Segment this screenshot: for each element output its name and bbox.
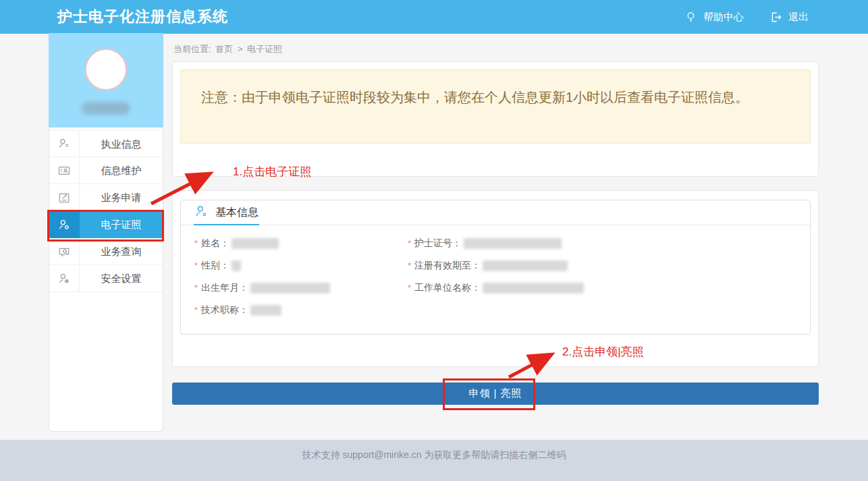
page: 护士电子化注册信息系统 帮助中心 (0, 0, 868, 481)
field-birth-date: * 出生年月： (194, 277, 408, 299)
breadcrumb-prefix: 当前位置: (173, 44, 211, 54)
basic-info-panel: 基本信息 * 姓名： * 性别： (172, 190, 819, 367)
sidebar-item-business-application[interactable]: 业务申请 (49, 184, 163, 211)
field-nurse-cert-number: * 护士证号： (408, 232, 810, 254)
title-underline (194, 224, 259, 225)
form-column-left: * 姓名： * 性别： * 出生年月： (194, 232, 408, 321)
basic-info-box: 基本信息 * 姓名： * 性别： (180, 200, 811, 335)
breadcrumb-current: 电子证照 (247, 44, 282, 54)
help-center-label: 帮助中心 (703, 11, 744, 24)
basic-info-title: 基本信息 (215, 206, 259, 220)
field-label: 注册有效期至： (414, 260, 481, 272)
sidebar-item-security-settings[interactable]: 安全设置 (49, 265, 163, 292)
sidebar-item-label: 业务查询 (80, 238, 163, 264)
sidebar-item-electronic-certificate[interactable]: 电子证照 (49, 211, 163, 238)
sidebar-item-info-maintenance[interactable]: 信息维护 (49, 157, 163, 184)
lightbulb-icon (684, 11, 697, 24)
sidebar-item-business-query[interactable]: 业务查询 (49, 238, 163, 265)
user-name-redacted (82, 102, 130, 115)
user-gear-icon (49, 265, 80, 291)
breadcrumb: 当前位置: 首页 > 电子证照 (172, 34, 819, 61)
app-header: 护士电子化注册信息系统 帮助中心 (0, 0, 868, 34)
sidebar-item-label: 执业信息 (80, 131, 163, 157)
user-profile-block (49, 33, 163, 128)
field-gender: * 性别： (194, 254, 408, 277)
footer-support-text: 技术支持 support@minke.cn 为获取更多帮助请扫描右侧二维码 (302, 449, 566, 460)
sidebar-item-label: 安全设置 (80, 265, 163, 291)
basic-info-form: * 姓名： * 性别： * 出生年月： (181, 225, 810, 321)
sidebar-item-label: 信息维护 (80, 157, 163, 183)
field-label: 工作单位名称： (414, 282, 481, 294)
required-mark: * (408, 283, 411, 293)
redacted-value (250, 283, 330, 293)
redacted-value (464, 238, 562, 249)
main-content: 当前位置: 首页 > 电子证照 注意：由于申领电子证照时段较为集中，请您在个人信… (172, 34, 819, 405)
chat-search-icon (49, 238, 80, 264)
user-lines-icon (49, 131, 80, 157)
redacted-value (250, 305, 281, 316)
notice-panel: 注意：由于申领电子证照时段较为集中，请您在个人信息更新1小时以后查看电子证照信息… (172, 61, 819, 177)
avatar (85, 49, 127, 90)
sidebar-item-label: 业务申请 (80, 184, 163, 210)
field-label: 出生年月： (201, 282, 248, 294)
header-actions: 帮助中心 退出 (684, 11, 809, 24)
required-mark: * (194, 283, 198, 293)
required-mark: * (408, 260, 411, 271)
app-title: 护士电子化注册信息系统 (57, 7, 228, 27)
user-badge-icon (49, 211, 80, 238)
edit-doc-icon (49, 184, 80, 210)
page-footer: 技术支持 support@minke.cn 为获取更多帮助请扫描右侧二维码 (0, 440, 868, 481)
redacted-value (232, 238, 279, 249)
logout-label: 退出 (788, 11, 809, 24)
field-technical-title: * 技术职称： (194, 299, 408, 321)
field-work-unit-name: * 工作单位名称： (408, 277, 810, 299)
required-mark: * (194, 238, 198, 248)
help-center-link[interactable]: 帮助中心 (684, 11, 744, 24)
required-mark: * (194, 305, 198, 315)
logout-link[interactable]: 退出 (769, 11, 809, 24)
id-card-icon (49, 157, 80, 183)
field-name: * 姓名： (194, 232, 408, 254)
basic-info-header: 基本信息 (181, 200, 810, 225)
required-mark: * (408, 238, 411, 248)
redacted-value (483, 260, 568, 271)
sidebar-item-practice-info[interactable]: 执业信息 (49, 130, 163, 157)
notice-message: 注意：由于申领电子证照时段较为集中，请您在个人信息更新1小时以后查看电子证照信息… (180, 69, 811, 144)
sidebar-item-label: 电子证照 (80, 211, 163, 238)
apply-show-certificate-button[interactable]: 申领 | 亮照 (172, 383, 819, 405)
field-label: 性别： (201, 260, 229, 272)
sidebar-menu: 执业信息 信息维护 (49, 130, 163, 292)
user-list-icon (194, 204, 209, 221)
breadcrumb-separator: > (238, 44, 243, 54)
redacted-value (483, 283, 584, 293)
sidebar: 执业信息 信息维护 (49, 34, 163, 432)
breadcrumb-home-link[interactable]: 首页 (215, 44, 233, 54)
field-label: 姓名： (201, 237, 229, 250)
field-registration-valid-until: * 注册有效期至： (408, 254, 810, 277)
required-mark: * (194, 260, 198, 271)
form-column-right: * 护士证号： * 注册有效期至： * 工作单位名称： (408, 232, 810, 321)
field-label: 护士证号： (414, 237, 462, 250)
field-label: 技术职称： (201, 304, 248, 316)
logout-icon (769, 11, 782, 24)
redacted-value (232, 260, 241, 271)
